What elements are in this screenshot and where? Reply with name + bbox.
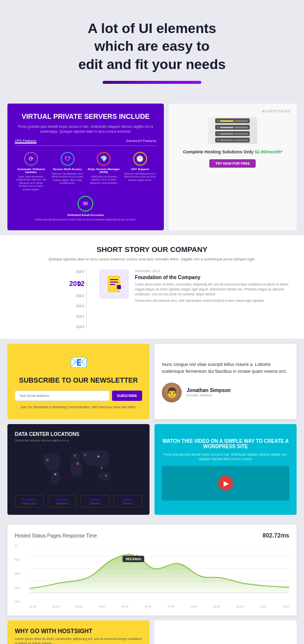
foundation-text-1: Lorem ipsum dolor sit amet, consectetur … bbox=[135, 282, 297, 296]
dc-stat-num-servers: 1000+ bbox=[116, 498, 140, 502]
email-input[interactable] bbox=[15, 391, 110, 401]
subscribe-button[interactable]: SUBSCRIBE bbox=[112, 391, 142, 401]
svg-point-10 bbox=[84, 454, 86, 456]
timeline-year-2013: 2013 bbox=[76, 293, 85, 298]
hero-title: A lot of UI elements which are easy to e… bbox=[30, 20, 274, 73]
dc-stat-label-servers: Servers bbox=[116, 502, 140, 505]
vps-feature-icon-2: 🛡 bbox=[61, 152, 75, 166]
why-hostsight-card: WHY GO WITH HOSTSIGHT Lorem ipsum dolor … bbox=[7, 620, 150, 644]
dc-stat-label-response: Response bbox=[50, 502, 75, 505]
world-map bbox=[15, 447, 142, 491]
chart-labels-y: 1s 800 600 400 200 bbox=[15, 544, 27, 603]
svg-point-13 bbox=[105, 475, 108, 477]
server-unit-3 bbox=[215, 131, 250, 136]
video-thumbnail[interactable]: ▶ bbox=[162, 466, 289, 501]
hero-section: A lot of UI elements which are easy to e… bbox=[0, 0, 304, 99]
vps-feature-text-extra: Ultrices gravida pharetra lorem ipsum do… bbox=[35, 218, 136, 221]
x-label-0600: 06:00 bbox=[145, 605, 152, 608]
x-label-1200: 12:00 bbox=[282, 605, 289, 608]
dc-stat-num-uptime: 99.99% bbox=[17, 498, 41, 502]
timeline-year-2019: 2019 bbox=[76, 324, 85, 329]
testimonial-card: Nunc congue nisi vitae suscipit tellus m… bbox=[154, 344, 297, 419]
video-card: WATCH THIS VIDEO ON A SIMPLE WAY TO CREA… bbox=[154, 424, 297, 515]
play-icon: ▶ bbox=[224, 479, 229, 487]
svg-point-12 bbox=[101, 467, 103, 469]
testimonial-quote: Nunc congue nisi vitae suscipit tellus m… bbox=[162, 361, 289, 375]
play-button[interactable]: ▶ bbox=[218, 476, 233, 491]
svg-point-6 bbox=[46, 459, 48, 462]
newsletter-title: SUBSCRIBE TO OUR NEWSLETTER bbox=[19, 376, 138, 385]
row-newsletter-testimonial: 📧 SUBSCRIBE TO OUR NEWSLETTER SUBSCRIBE … bbox=[0, 339, 304, 424]
server-stack bbox=[215, 118, 250, 143]
performance-chart-section: Hosted Status Pages Response Time 802.72… bbox=[7, 525, 297, 615]
svg-point-7 bbox=[54, 473, 57, 476]
vps-tab-advanced[interactable]: Advanced Features bbox=[126, 139, 156, 143]
dc-stat-uptime: 99.99% Uptime SLA bbox=[15, 495, 44, 507]
dc-stat-network: 1Gbps Network bbox=[80, 495, 110, 507]
server-image bbox=[208, 117, 257, 144]
author-company: Envato Market bbox=[187, 393, 230, 397]
foundation-card: November, 2012 Foundation of the Company… bbox=[99, 269, 297, 303]
svg-point-9 bbox=[76, 463, 79, 465]
chart-labels-x: 01:00 02:00 03:00 04:00 05:00 06:00 07:0… bbox=[30, 605, 289, 608]
svg-rect-2 bbox=[110, 282, 118, 283]
server-unit-2 bbox=[215, 125, 250, 130]
sales-card: Sales Department Monday-Friday: 10:00 - … bbox=[154, 620, 297, 644]
vps-feature-extra: ✉ Unlimited Email Accounts Ultrices grav… bbox=[15, 196, 156, 221]
chart-main: 563.84ms bbox=[30, 544, 289, 603]
foundation-text: November, 2012 Foundation of the Company… bbox=[135, 269, 297, 303]
newsletter-icon: 📧 bbox=[70, 354, 88, 371]
timeline-year-2017: 2017 bbox=[76, 314, 85, 319]
x-label-1000: 10:00 bbox=[236, 605, 243, 608]
y-label-200: 200 bbox=[15, 600, 27, 603]
x-label-0300: 03:00 bbox=[76, 605, 82, 608]
y-label-800: 800 bbox=[15, 558, 27, 561]
vps-feature-1: ⟳ Automatic Software Updates Nunc vitae … bbox=[15, 152, 47, 191]
vps-tab-features[interactable]: VPS Features bbox=[15, 139, 37, 143]
server-unit-4 bbox=[215, 138, 250, 143]
y-label-600: 600 bbox=[15, 572, 27, 575]
foundation-title: Foundation of the Company bbox=[135, 275, 297, 280]
x-label-0900: 09:00 bbox=[214, 605, 221, 608]
avatar-face: 👨 bbox=[162, 383, 182, 402]
vps-feature-text-4: Vitae nec sed dignissim arcu. Morbi tinc… bbox=[124, 172, 156, 182]
chart-title: Hosted Status Pages Response Time bbox=[15, 533, 97, 538]
newsletter-note: Join Our Newsletter & Marketing Communic… bbox=[20, 405, 136, 409]
vps-card: VIRTUAL PRIVATE SERVERS INCLUDE Purus gr… bbox=[7, 104, 164, 230]
timeline-years: 2010 2012 2013 2016 2017 2019 bbox=[7, 269, 92, 329]
ad-price: $2.95/month* bbox=[255, 149, 282, 154]
foundation-text-2: Ornare arcu dui vivamus arcu. Sed ullamc… bbox=[135, 298, 297, 303]
video-desc: Purus gravida quis blandit turpis cursus… bbox=[162, 452, 289, 461]
dc-stat-label-network: Network bbox=[83, 502, 107, 505]
testimonial-author: 👨 Jonathan Simpson Envato Market bbox=[162, 383, 289, 402]
author-name: Jonathan Simpson bbox=[187, 388, 230, 393]
chart-svg bbox=[30, 544, 289, 593]
ad-label: ADVERTISING bbox=[262, 109, 291, 113]
x-label-0100: 01:00 bbox=[30, 605, 37, 608]
newsletter-form: SUBSCRIBE bbox=[15, 391, 142, 401]
timeline-column: 2010 2012 2013 2016 2017 2019 bbox=[7, 269, 92, 329]
vps-feature-icon-3: 💎 bbox=[97, 152, 111, 166]
x-label-0500: 05:00 bbox=[121, 605, 128, 608]
x-label-0800: 08:00 bbox=[190, 605, 197, 608]
svg-rect-3 bbox=[110, 284, 115, 285]
hosting-ad: ADVERTISING bbox=[169, 104, 297, 230]
dc-stat-num-response: 250ms bbox=[50, 498, 75, 502]
chart-tooltip: 563.84ms bbox=[123, 556, 145, 562]
timeline-year-2010: 2010 bbox=[76, 269, 85, 274]
company-timeline-layout: 2010 2012 2013 2016 2017 2019 bbox=[7, 269, 297, 329]
datacenter-title: DATA CENTER LOCATIONS bbox=[15, 431, 142, 437]
try-now-button[interactable]: TRY NOW FOR FREE bbox=[209, 159, 256, 168]
y-label-1s: 1s bbox=[15, 544, 27, 547]
vps-feature-text-3: Sollicitudin orci pharetra egestas. Arcu… bbox=[87, 175, 120, 185]
timeline-year-2012: 2012 bbox=[69, 280, 84, 287]
timeline-line bbox=[86, 269, 87, 329]
why-title: WHY GO WITH HOSTSIGHT bbox=[15, 628, 142, 635]
vps-tabs: VPS Features Advanced Features bbox=[15, 139, 156, 146]
why-desc: Lorem ipsum dolor sit amet, consectetur … bbox=[15, 637, 142, 644]
foundation-date: November, 2012 bbox=[135, 269, 297, 273]
chart-area: 1s 800 600 400 200 bbox=[15, 544, 289, 603]
vps-features-grid: ⟳ Automatic Software Updates Nunc vitae … bbox=[15, 152, 156, 191]
server-unit-1 bbox=[215, 118, 250, 123]
company-section-desc: Quisque egestas diam in arcu cursus euis… bbox=[7, 256, 297, 262]
